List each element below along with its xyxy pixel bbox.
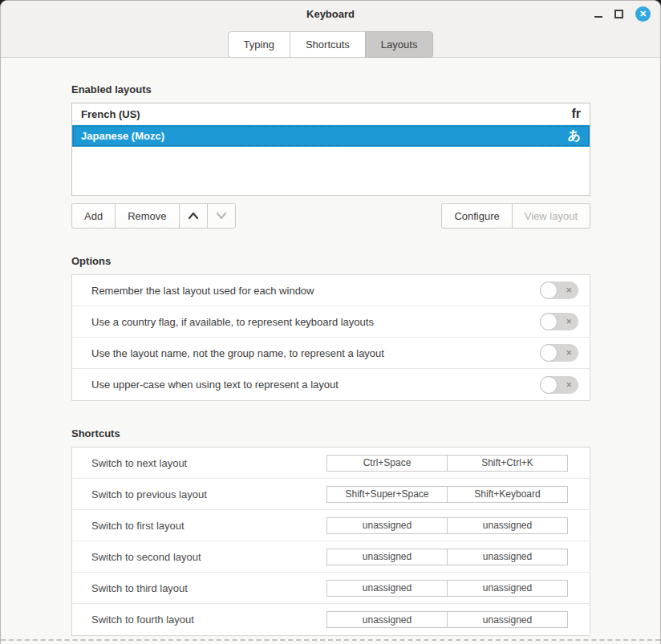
toggle-knob bbox=[540, 313, 558, 330]
options-heading: Options bbox=[71, 255, 590, 267]
shortcut-binding-1[interactable]: unassigned bbox=[326, 517, 448, 534]
option-row-remember-layout: Remember the last layout used for each w… bbox=[72, 275, 590, 306]
layout-indicator-fr-icon: fr bbox=[571, 107, 581, 120]
shortcuts-heading: Shortcuts bbox=[71, 427, 590, 439]
toggle-off-icon: ✕ bbox=[566, 287, 572, 294]
move-up-button[interactable] bbox=[179, 203, 208, 229]
window-controls: ✕ bbox=[594, 1, 651, 27]
close-button[interactable]: ✕ bbox=[635, 6, 651, 22]
shortcut-bindings: Shift+Super+Space Shift+Keyboard bbox=[326, 486, 568, 503]
toggle-knob bbox=[540, 344, 558, 362]
window-title: Keyboard bbox=[306, 8, 355, 20]
layout-row-french[interactable]: French (US) fr bbox=[72, 103, 590, 125]
toggle-off-icon: ✕ bbox=[566, 381, 572, 388]
option-label: Use upper-case when using text to repres… bbox=[91, 379, 339, 391]
option-label: Use the layout name, not the group name,… bbox=[91, 347, 384, 359]
shortcut-binding-2[interactable]: unassigned bbox=[447, 549, 568, 565]
toggle-off-icon: ✕ bbox=[566, 350, 572, 357]
enabled-layouts-list[interactable]: French (US) fr Japanese (Mozc) あ bbox=[71, 103, 590, 196]
tab-layouts[interactable]: Layouts bbox=[365, 31, 434, 58]
option-row-layout-name: Use the layout name, not the group name,… bbox=[72, 338, 590, 369]
layout-list-actions: Add Remove Configure View layout bbox=[71, 203, 590, 229]
shortcut-label: Switch to second layout bbox=[91, 551, 326, 563]
shortcut-binding-2[interactable]: unassigned bbox=[447, 580, 568, 597]
shortcut-label: Switch to fourth layout bbox=[91, 614, 326, 626]
maximize-icon bbox=[614, 10, 623, 18]
keyboard-settings-window: Keyboard ✕ Typing Shortcuts Layouts bbox=[0, 0, 661, 644]
shortcut-binding-1[interactable]: Shift+Super+Space bbox=[326, 486, 448, 503]
configure-button-group: Configure View layout bbox=[441, 203, 590, 229]
options-panel: Remember the last layout used for each w… bbox=[71, 274, 590, 401]
window-header: Keyboard ✕ Typing Shortcuts Layouts bbox=[1, 1, 660, 58]
move-down-button[interactable] bbox=[207, 203, 236, 229]
remove-layout-button[interactable]: Remove bbox=[115, 203, 179, 229]
enabled-layouts-heading: Enabled layouts bbox=[71, 83, 590, 95]
shortcut-row-next-layout: Switch to next layout Ctrl+Space Shift+C… bbox=[72, 448, 590, 479]
layout-row-japanese[interactable]: Japanese (Mozc) あ bbox=[72, 125, 590, 147]
shortcut-binding-2[interactable]: Shift+Keyboard bbox=[447, 486, 568, 503]
layouts-page: Enabled layouts French (US) fr Japanese … bbox=[71, 83, 590, 636]
option-label: Use a country flag, if available, to rep… bbox=[91, 316, 374, 328]
tab-group: Typing Shortcuts Layouts bbox=[228, 31, 434, 58]
option-row-upper-case: Use upper-case when using text to repres… bbox=[72, 369, 590, 400]
minimize-button[interactable] bbox=[594, 10, 602, 18]
screenshot-crop-edge bbox=[1, 639, 660, 641]
shortcut-binding-1[interactable]: unassigned bbox=[326, 580, 448, 597]
maximize-button[interactable] bbox=[614, 10, 623, 18]
layout-name: French (US) bbox=[81, 108, 140, 120]
shortcut-row-previous-layout: Switch to previous layout Shift+Super+Sp… bbox=[72, 479, 590, 510]
toggle-off-icon: ✕ bbox=[566, 318, 572, 326]
add-layout-button[interactable]: Add bbox=[71, 203, 116, 229]
remember-layout-toggle[interactable]: ✕ bbox=[540, 281, 578, 299]
layout-name: Japanese (Mozc) bbox=[81, 130, 164, 142]
toggle-knob bbox=[540, 376, 558, 394]
shortcut-bindings: unassigned unassigned bbox=[326, 580, 568, 597]
minimize-icon bbox=[594, 16, 602, 18]
layout-name-toggle[interactable]: ✕ bbox=[540, 344, 578, 362]
shortcut-bindings: unassigned unassigned bbox=[326, 611, 568, 628]
shortcut-binding-2[interactable]: unassigned bbox=[447, 611, 568, 628]
country-flag-toggle[interactable]: ✕ bbox=[540, 313, 578, 330]
edit-button-group: Add Remove bbox=[71, 203, 236, 229]
shortcut-bindings: Ctrl+Space Shift+Ctrl+K bbox=[326, 455, 568, 472]
shortcut-bindings: unassigned unassigned bbox=[326, 517, 568, 534]
shortcut-row-fourth-layout: Switch to fourth layout unassigned unass… bbox=[72, 604, 590, 635]
shortcut-row-third-layout: Switch to third layout unassigned unassi… bbox=[72, 573, 590, 604]
chevron-up-icon bbox=[187, 211, 200, 221]
titlebar[interactable]: Keyboard ✕ bbox=[1, 1, 660, 27]
shortcut-label: Switch to first layout bbox=[91, 520, 326, 532]
shortcut-label: Switch to previous layout bbox=[91, 488, 326, 500]
chevron-down-icon bbox=[215, 211, 228, 221]
tab-typing[interactable]: Typing bbox=[228, 31, 290, 58]
shortcut-binding-2[interactable]: unassigned bbox=[447, 517, 568, 534]
shortcut-label: Switch to third layout bbox=[91, 582, 326, 594]
close-icon: ✕ bbox=[639, 10, 647, 18]
upper-case-toggle[interactable]: ✕ bbox=[540, 376, 578, 394]
layout-indicator-ja-icon: あ bbox=[568, 129, 581, 142]
shortcut-row-first-layout: Switch to first layout unassigned unassi… bbox=[72, 510, 590, 541]
view-layout-button[interactable]: View layout bbox=[512, 203, 590, 229]
shortcut-binding-1[interactable]: Ctrl+Space bbox=[326, 455, 448, 472]
shortcut-binding-1[interactable]: unassigned bbox=[326, 611, 448, 628]
option-row-country-flag: Use a country flag, if available, to rep… bbox=[72, 306, 590, 338]
shortcut-bindings: unassigned unassigned bbox=[326, 549, 568, 565]
shortcut-row-second-layout: Switch to second layout unassigned unass… bbox=[72, 541, 590, 573]
shortcut-label: Switch to next layout bbox=[91, 457, 326, 469]
tab-shortcuts[interactable]: Shortcuts bbox=[290, 31, 366, 58]
configure-button[interactable]: Configure bbox=[441, 203, 512, 229]
option-label: Remember the last layout used for each w… bbox=[91, 285, 314, 297]
toggle-knob bbox=[540, 281, 558, 299]
tab-bar: Typing Shortcuts Layouts bbox=[1, 27, 660, 58]
shortcut-binding-2[interactable]: Shift+Ctrl+K bbox=[447, 455, 568, 472]
shortcuts-panel: Switch to next layout Ctrl+Space Shift+C… bbox=[71, 447, 590, 636]
shortcut-binding-1[interactable]: unassigned bbox=[326, 549, 448, 565]
